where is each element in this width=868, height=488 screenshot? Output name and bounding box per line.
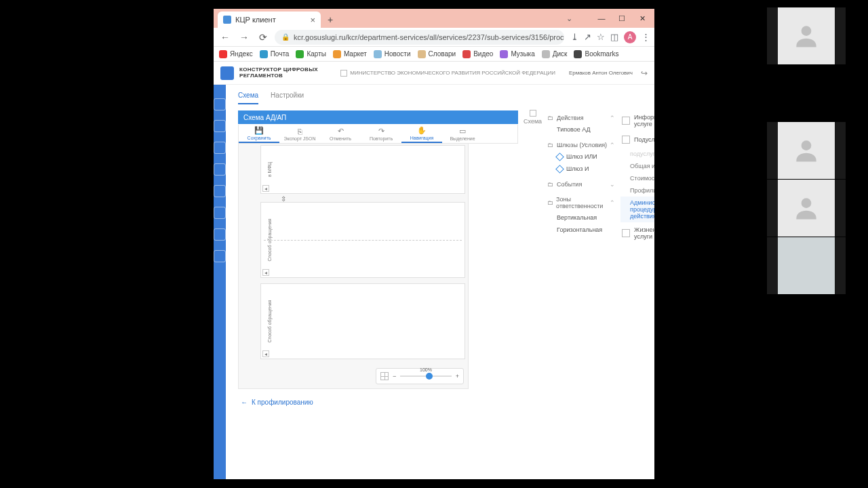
nav-service-info[interactable]: Информация об услуге	[620, 110, 654, 131]
zoom-in-button[interactable]: +	[456, 373, 459, 380]
bookmark-mail[interactable]: Почта	[260, 50, 290, 58]
palette-actions-header[interactable]: 🗀Действия⌃	[547, 113, 615, 123]
left-rail	[214, 85, 226, 479]
nav-cost[interactable]: Стоимость и оплата	[620, 172, 654, 184]
toolbar-export[interactable]: ⎘Экспорт JSON	[279, 125, 320, 143]
save-icon: 💾	[254, 126, 264, 135]
toolbar-selection[interactable]: ▭Выделение	[442, 125, 483, 143]
folder-icon: 🗀	[547, 199, 553, 206]
undo-icon: ↶	[338, 127, 344, 136]
nav-procedures[interactable]: Административные процедуры и действия	[620, 197, 654, 222]
new-tab-button[interactable]: +	[323, 13, 337, 26]
palette-item-gateway-or[interactable]: Шлюз ИЛИ	[547, 150, 615, 163]
bookmark-disk[interactable]: Диск	[542, 50, 568, 58]
browser-tabbar: КЦР клиент × + ⌄ — ☐ ✕	[214, 9, 654, 28]
open-scheme-external[interactable]: Схема	[524, 110, 542, 125]
zoom-out-button[interactable]: −	[393, 373, 396, 380]
palette-zones-header[interactable]: 🗀Зоны ответственности⌃	[547, 194, 615, 211]
tab-close-icon[interactable]: ×	[310, 16, 315, 24]
toolbar-redo[interactable]: ↷Повторить	[361, 125, 401, 143]
install-icon[interactable]: ⤓	[571, 32, 578, 42]
palette-item-zone-vertical[interactable]: Вертикальная	[547, 211, 615, 224]
profile-avatar[interactable]: А	[624, 31, 636, 43]
editor-column: Схема АД/АП Схема 💾Сохранить ⎘Экспорт JS…	[238, 110, 542, 479]
diagram-canvas[interactable]: в МФЦ ◂ ⇳ Способ обращения ◂ Способ обра…	[238, 144, 469, 389]
swimlane-1[interactable]: в МФЦ ◂	[260, 145, 465, 194]
nav-reload-icon[interactable]: ⟳	[256, 30, 271, 45]
swimlane-2[interactable]: Способ обращения ◂	[260, 202, 465, 278]
nav-general-info[interactable]: Общая информация	[620, 160, 654, 172]
nav-profiling[interactable]: Профилирование	[620, 184, 654, 197]
nav-back-icon[interactable]: ←	[218, 30, 233, 45]
lane-collapse-icon[interactable]: ◂	[262, 269, 269, 276]
info-icon	[622, 117, 630, 125]
logout-icon[interactable]: ↪	[641, 68, 648, 78]
zoom-thumb[interactable]	[426, 373, 433, 380]
nav-subservice-item: подуслуга	[620, 148, 654, 160]
tab-favicon	[223, 16, 231, 24]
bookmark-music[interactable]: Музыка	[500, 50, 534, 58]
window-maximize-icon[interactable]: ☐	[612, 12, 631, 25]
current-user: Ермаков Антон Олегович	[569, 70, 633, 76]
rail-item-3[interactable]	[214, 142, 226, 154]
rail-item-6[interactable]	[214, 207, 226, 219]
bookmark-dict[interactable]: Словари	[418, 50, 456, 58]
bookmark-video[interactable]: Видео	[462, 50, 493, 58]
toolbar-undo[interactable]: ↶Отменить	[320, 125, 361, 143]
window-close-icon[interactable]: ✕	[633, 12, 652, 25]
rail-item-4[interactable]	[214, 163, 226, 176]
bookmark-star-icon[interactable]: ☆	[597, 32, 605, 42]
bookmark-all[interactable]: Bookmarks	[574, 50, 618, 58]
zoom-slider[interactable]: 100%	[400, 375, 451, 377]
participant-thumb-1	[767, 7, 846, 64]
tab-settings[interactable]: Настройки	[271, 92, 304, 104]
share-icon[interactable]: ↗	[584, 32, 591, 42]
back-to-profiling[interactable]: ← К профилированию	[238, 399, 542, 406]
bookmark-maps[interactable]: Карты	[296, 50, 326, 58]
ministry-icon	[340, 70, 347, 77]
extensions-icon[interactable]: ◫	[610, 32, 618, 42]
folder-icon: 🗀	[547, 115, 554, 121]
browser-window: КЦР клиент × + ⌄ — ☐ ✕ ← → ⟳ 🔒 kcr.gosus…	[214, 9, 654, 479]
window-minimize-icon[interactable]: —	[592, 12, 611, 25]
chevron-up-icon: ⌃	[610, 142, 615, 148]
bookmarks-bar: Яндекс Почта Карты Маркет Новости Словар…	[214, 47, 654, 62]
rail-item-2[interactable]	[214, 120, 226, 132]
editor-toolbar: 💾Сохранить ⎘Экспорт JSON ↶Отменить ↷Повт…	[238, 125, 518, 144]
tab-title: КЦР клиент	[235, 16, 276, 24]
swimlane-3[interactable]: Способ обращения ◂	[260, 283, 465, 359]
browser-menu-icon[interactable]: ⋮	[642, 32, 650, 42]
tab-scheme[interactable]: Схема	[238, 92, 258, 104]
nav-forward-icon[interactable]: →	[237, 30, 252, 45]
section-tabs: Схема Настройки	[238, 92, 654, 104]
palette-item-gateway-and[interactable]: Шлюз И	[547, 163, 615, 175]
swimlane-3-label: Способ обращения	[267, 294, 272, 348]
palette-item-zone-horizontal[interactable]: Горизонтальная	[547, 224, 615, 236]
rail-item-8[interactable]	[214, 250, 226, 262]
bookmark-yandex[interactable]: Яндекс	[219, 50, 253, 58]
folder-icon: 🗀	[547, 142, 554, 148]
rail-item-7[interactable]	[214, 228, 226, 241]
browser-tab[interactable]: КЦР клиент ×	[218, 12, 321, 28]
toolbar-navigation[interactable]: ✋Навигация	[401, 125, 442, 143]
app-logo	[220, 66, 234, 80]
toolbar-save[interactable]: 💾Сохранить	[239, 125, 279, 143]
palette-gateways-header[interactable]: 🗀Шлюзы (Условия)⌃	[547, 140, 615, 150]
tabs-dropdown-icon[interactable]: ⌄	[559, 12, 578, 25]
nav-subservices[interactable]: Подуслуги	[620, 131, 654, 148]
bookmark-market[interactable]: Маркет	[333, 50, 367, 58]
elements-palette: 🗀Действия⌃ Типовое АД 🗀Шлюзы (Условия)⌃ …	[547, 110, 615, 479]
palette-item-typical-ad[interactable]: Типовое АД	[547, 123, 615, 136]
grid-toggle-icon[interactable]	[380, 372, 389, 380]
participant-thumb-4	[767, 237, 846, 294]
palette-events-header[interactable]: 🗀События⌄	[547, 179, 615, 190]
nav-lifecycle[interactable]: Жизненный цикл услуги	[620, 222, 654, 244]
lane-collapse-icon[interactable]: ◂	[262, 185, 269, 192]
url-input[interactable]: 🔒 kcr.gosuslugi.ru/kcr/department-servic…	[275, 30, 564, 45]
lane-collapse-icon[interactable]: ◂	[262, 350, 269, 357]
rail-item-1[interactable]	[214, 98, 226, 110]
bookmark-news[interactable]: Новости	[374, 50, 411, 58]
scheme-title-bar: Схема АД/АП	[238, 110, 518, 124]
rail-item-5[interactable]	[214, 185, 226, 197]
external-link-icon	[530, 110, 536, 117]
